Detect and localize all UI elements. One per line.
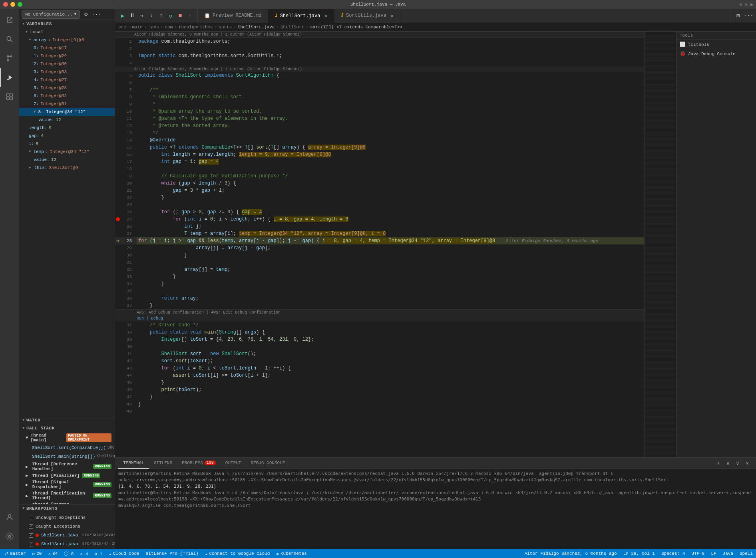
split-editor-button[interactable]: ⊞ xyxy=(734,11,742,20)
term-tab-gitlens[interactable]: GITLENS xyxy=(149,458,177,469)
terminal-down-button[interactable]: ∨ xyxy=(734,459,742,467)
line-19[interactable]: 19 // Calculate gap for optimization pur… xyxy=(115,173,644,180)
terminal-close-button[interactable]: ✕ xyxy=(743,459,751,467)
line-37b[interactable]: 37 /* Driver Code */ xyxy=(115,322,644,329)
line-25[interactable]: 25 for (int i = 0; i < length; i++) { i … xyxy=(115,216,644,223)
line-13[interactable]: 13 */ xyxy=(115,129,644,137)
close-button[interactable] xyxy=(3,2,8,7)
var-gap[interactable]: gap: 4 xyxy=(19,132,115,140)
status-warnings[interactable]: ⚠ 84 xyxy=(45,549,61,558)
terminal-up-button[interactable]: ∧ xyxy=(724,459,732,467)
tab-shellsort-close[interactable]: ✕ xyxy=(324,12,327,19)
term-tab-output[interactable]: OUTPUT xyxy=(221,458,246,469)
bp-line-25[interactable]: ShellSort.java src/main/java/com/t... 25 xyxy=(19,531,115,540)
line-34[interactable]: 34 } xyxy=(115,280,644,288)
status-cursor-pos[interactable]: Ln 28, Col 1 xyxy=(620,549,658,558)
line-38[interactable]: 38 public static void main(String[] args… xyxy=(115,329,644,336)
debug-settings-button[interactable]: ⚙ xyxy=(82,10,90,19)
breadcrumb-sorts[interactable]: sorts xyxy=(219,25,232,30)
line-3[interactable]: 3 import static com.thealgorithms.sorts.… xyxy=(115,52,644,60)
line-47[interactable]: 47 } xyxy=(115,393,644,401)
terminal-content[interactable]: martinheller@Martins-Retina-MacBook Java… xyxy=(115,469,756,549)
var-local[interactable]: ▼Local xyxy=(19,28,115,36)
activity-run-debug[interactable] xyxy=(0,68,19,87)
var-array-1[interactable]: 1: Integer@29 xyxy=(19,52,115,60)
bp-caught-checkbox[interactable] xyxy=(29,524,33,529)
line-2[interactable]: 2 xyxy=(115,45,644,52)
thread-notification[interactable]: ▶ Thread [Notification Thread] RUNNING xyxy=(19,490,115,501)
status-git-blame[interactable]: Aitor Fidalgo Sánchez, 6 months ago xyxy=(521,549,620,558)
tab-readme[interactable]: 📋 Preview README.md xyxy=(198,9,268,23)
line-30[interactable]: 30 } xyxy=(115,252,644,259)
status-close[interactable]: ✕ 4 xyxy=(77,549,91,558)
line-43[interactable]: 43 for (int i = 0; i < toSort.length - 1… xyxy=(115,365,644,372)
var-temp[interactable]: ▼temp: Integer@34 "12" xyxy=(19,148,115,156)
status-spaces[interactable]: Spaces: 4 xyxy=(658,549,688,558)
variables-section-header[interactable]: ▼ VARIABLES xyxy=(19,20,115,28)
line-8[interactable]: 8 * Implements generic shell sort. xyxy=(115,93,644,101)
line-12[interactable]: 12 * @return the sorted array. xyxy=(115,122,644,129)
line-4[interactable]: 4 xyxy=(115,60,644,67)
line-21[interactable]: 21 gap = 3 * gap + 1; xyxy=(115,187,644,194)
var-temp-value[interactable]: value: 12 xyxy=(19,156,115,164)
line-42[interactable]: 42 sort.sort(toSort); xyxy=(115,357,644,365)
status-cloud-code[interactable]: ☁ Cloud Code xyxy=(105,549,143,558)
thread-main[interactable]: ▼ Thread [main] PAUSED ON BREAKPOINT xyxy=(19,432,115,443)
var-array-8[interactable]: ▼8: Integer@34 "12" xyxy=(19,108,115,116)
status-connect-gcloud[interactable]: ☁ Connect to Google Cloud xyxy=(202,549,273,558)
line-36[interactable]: 36 return array; xyxy=(115,295,644,302)
callstack-section-header[interactable]: ▼ CALL STACK xyxy=(19,424,115,432)
var-array-6[interactable]: 6: Integer@32 xyxy=(19,92,115,100)
line-18[interactable]: 18 xyxy=(115,165,644,173)
line-48[interactable]: 48 } xyxy=(115,401,644,408)
activity-source-control[interactable] xyxy=(0,49,19,68)
breadcrumb-shellsort-file[interactable]: ShellSort.java xyxy=(238,25,275,30)
var-array-3[interactable]: 3: Integer@33 xyxy=(19,68,115,76)
breadcrumb-sort-method[interactable]: sort(T[]) <T extends Comparable<T>> xyxy=(310,25,402,30)
var-length[interactable]: length: 9 xyxy=(19,124,115,132)
watch-section-header[interactable]: ▼ WATCH xyxy=(19,416,115,424)
line-32[interactable]: 32 array[j] = temp; xyxy=(115,266,644,273)
status-git-branch[interactable]: ⎇ master xyxy=(0,549,29,558)
line-28[interactable]: ⇒ 28 for (j = i; j >= gap && less(temp, … xyxy=(115,237,644,244)
line-24[interactable]: 24 for (; gap > 0; gap /= 3) { gap = 4 xyxy=(115,209,644,216)
var-array-7[interactable]: 7: Integer@31 xyxy=(19,100,115,108)
bp-line-28[interactable]: ShellSort.java src/main/4/ 28 xyxy=(19,540,115,548)
line-10[interactable]: 10 * @param array the array to be sorted… xyxy=(115,108,644,115)
line-45[interactable]: 45 } xyxy=(115,379,644,386)
breakpoints-section-header[interactable]: ▼ BREAKPOINTS xyxy=(19,504,115,512)
bp-line25-checkbox[interactable] xyxy=(29,533,33,538)
term-tab-terminal[interactable]: TERMINAL xyxy=(118,458,149,469)
minimize-button[interactable] xyxy=(10,2,15,7)
activity-search[interactable] xyxy=(0,30,19,49)
thread-signal[interactable]: ▶ Thread [Signal Dispatcher] RUNNING xyxy=(19,479,115,490)
status-spell[interactable]: Spell xyxy=(736,549,756,558)
line-49[interactable]: 49 xyxy=(115,408,644,415)
debug-config-dropdown[interactable]: No Configuratio... ▼ xyxy=(22,10,80,19)
line-31[interactable]: 31 xyxy=(115,259,644,266)
thread-finalizer[interactable]: ▶ Thread [Finalizer] RUNNING xyxy=(19,472,115,479)
breadcrumb-main[interactable]: main xyxy=(132,25,142,30)
line-33[interactable]: 33 } xyxy=(115,273,644,280)
var-array-2[interactable]: 2: Integer@30 xyxy=(19,60,115,68)
status-gitlens[interactable]: GitLens+ Pro (Trial) xyxy=(143,549,202,558)
terminal-add-button[interactable]: + xyxy=(714,459,722,467)
breadcrumb-src[interactable]: src xyxy=(118,25,126,30)
breadcrumb-com[interactable]: com xyxy=(165,25,173,30)
line-40[interactable]: 40 xyxy=(115,343,644,350)
term-tab-debug-console[interactable]: DEBUG CONSOLE xyxy=(246,458,290,469)
line-23[interactable]: 23 xyxy=(115,201,644,209)
var-i[interactable]: i: 8 xyxy=(19,140,115,148)
more-actions-button[interactable]: ··· xyxy=(744,11,753,20)
line-26[interactable]: 26 int j; xyxy=(115,223,644,230)
line-15[interactable]: 15 public <T extends Comparable<T>> T[] … xyxy=(115,144,644,151)
var-array[interactable]: ▼array: Integer[9]@8 xyxy=(19,36,115,44)
code-editor[interactable]: Aitor Fidalgo Sánchez, 6 months ago | 1 … xyxy=(115,32,644,457)
pause-button[interactable]: ⏸ xyxy=(128,11,137,20)
tab-shellsort[interactable]: J ShellSort.java ✕ xyxy=(268,9,334,23)
activity-accounts[interactable] xyxy=(0,508,19,527)
run-button[interactable]: ▶ xyxy=(118,11,127,20)
line-1[interactable]: 1 package com.thealgorithms.sorts; xyxy=(115,38,644,45)
var-array-8-value[interactable]: value: 12 xyxy=(19,116,115,124)
line-9[interactable]: 9 * xyxy=(115,101,644,108)
